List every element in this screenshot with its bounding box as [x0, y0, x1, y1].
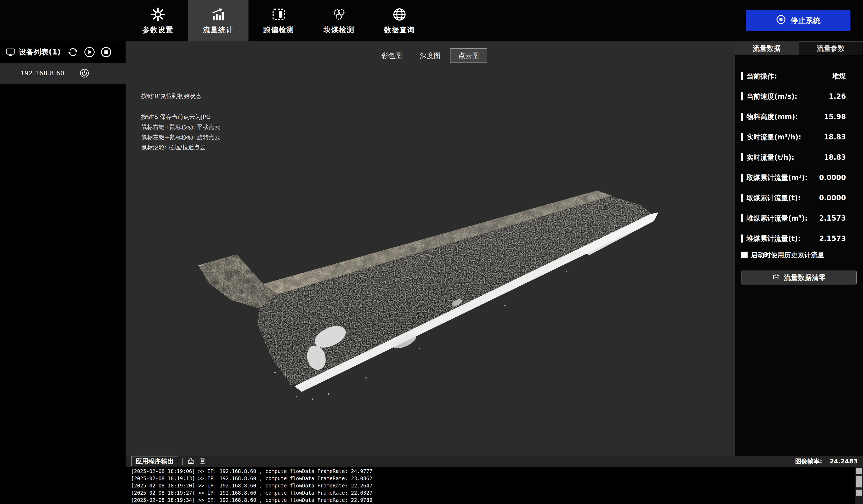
flow-stat-row: 取煤累计流量(m³): 0.0000	[735, 167, 863, 188]
instruction-line: 鼠标右键+鼠标移动: 平移点云	[141, 122, 221, 132]
flow-stat-row: 当前速度(m/s): 1.26	[735, 86, 863, 106]
bar-chart-icon	[211, 7, 226, 22]
instruction-block: 按键'S'保存当前点云为JPG 鼠标右键+鼠标移动: 平移点云 鼠标左键+鼠标移…	[141, 112, 221, 152]
device-list-title: 设备列表(1)	[19, 47, 61, 57]
toolbar-item-label: 参数设置	[142, 25, 173, 35]
row-accent-bar	[741, 174, 743, 181]
flow-stat-label: 堆煤累计流量(m³):	[747, 214, 808, 223]
log-line: [2025-02-08 18:19:13] >> IP: 192.168.8.6…	[131, 475, 863, 482]
device-ip: 192.168.8.60	[20, 70, 65, 77]
log-line: [2025-02-08 18:19:06] >> IP: 192.168.8.6…	[131, 468, 863, 475]
row-accent-bar	[741, 72, 743, 80]
frame-rate-label: 图像帧率:	[795, 457, 822, 466]
flow-stat-label: 当前速度(m/s):	[747, 92, 797, 101]
log-toolbar: 应用程序输出 图像帧率: 24.2483	[126, 456, 863, 467]
flow-stat-row: 堆煤累计流量(m³): 2.1573	[735, 208, 863, 228]
viewer-instructions: 按键'R'复位到初始状态 按键'S'保存当前点云为JPG 鼠标右键+鼠标移动: …	[141, 91, 221, 152]
device-sidebar: 设备列表(1)	[0, 41, 126, 504]
flow-stat-value: 2.1573	[819, 235, 846, 242]
flow-stat-value: 1.26	[829, 92, 846, 100]
frame-rate-value: 24.2483	[829, 458, 858, 465]
flow-stat-label: 实时流量(t/h):	[747, 153, 794, 162]
log-line: [2025-02-08 18:19:27] >> IP: 192.168.8.6…	[131, 489, 863, 496]
row-accent-bar	[741, 133, 743, 141]
clear-log-icon[interactable]	[187, 457, 195, 465]
view-tabs: 彩色图 深度图 点云图	[373, 48, 487, 63]
top-toolbar: 参数设置	[0, 0, 863, 41]
start-device-icon[interactable]	[84, 47, 95, 58]
flow-stat-label: 当前操作:	[747, 72, 777, 81]
device-list-header: 设备列表(1)	[0, 41, 126, 63]
clear-button-label: 流量数据清零	[784, 273, 826, 282]
refresh-devices-icon[interactable]	[67, 47, 78, 58]
log-line: [2025-02-08 18:19:34] >> IP: 192.168.8.6…	[131, 496, 863, 504]
instruction-line: 鼠标左键+鼠标移动: 旋转点云	[141, 132, 221, 142]
checkbox-icon[interactable]	[741, 252, 748, 258]
toolbar-item-parameter-settings[interactable]: 参数设置	[128, 0, 188, 41]
flow-stat-value: 0.0000	[819, 194, 846, 202]
globe-icon	[392, 7, 407, 22]
viewer-area: 彩色图 深度图 点云图 按键'R'复位到初始状态 按键'S'保存当前点云为JPG…	[126, 41, 735, 456]
log-scrollbar[interactable]	[855, 467, 863, 504]
tab-point-cloud[interactable]: 点云图	[450, 48, 487, 63]
row-accent-bar	[741, 153, 743, 161]
history-flow-checkbox-row[interactable]: 启动时使用历史累计流量	[735, 249, 863, 261]
frame-rate: 图像帧率: 24.2483	[795, 457, 858, 466]
flow-stat-label: 取煤累计流量(t):	[747, 193, 801, 203]
device-list-icon	[5, 47, 15, 57]
clear-flow-data-button[interactable]: 流量数据清零	[741, 270, 856, 285]
flow-stat-value: 18.83	[824, 153, 846, 161]
tab-flow-params[interactable]: 流量参数	[799, 41, 863, 55]
scroll-thumb[interactable]	[856, 476, 862, 488]
log-line: [2025-02-08 18:19:20] >> IP: 192.168.8.6…	[131, 482, 863, 489]
instruction-line: 按键'R'复位到初始状态	[141, 91, 221, 101]
toolbar-item-label: 跑偏检测	[263, 25, 294, 35]
stop-system-button[interactable]: 停止系统	[746, 10, 850, 31]
flow-stat-label: 物料高度(mm):	[747, 112, 798, 122]
flow-stat-row: 实时流量(m³/h): 18.83	[735, 127, 863, 147]
row-accent-bar	[741, 194, 743, 202]
flow-stat-label: 取煤累计流量(m³):	[747, 173, 808, 182]
flow-stat-row: 物料高度(mm): 15.98	[735, 106, 863, 127]
toolbar-item-label: 块煤检测	[324, 25, 354, 35]
save-log-icon[interactable]	[199, 457, 206, 465]
flow-stat-value: 15.98	[824, 113, 846, 121]
flow-stat-row: 实时流量(t/h): 18.83	[735, 147, 863, 167]
checkbox-label: 启动时使用历史累计流量	[751, 251, 824, 259]
row-accent-bar	[741, 214, 743, 222]
flow-panel: 流量数据 流量参数 当前操作: 堆煤 当前速度(m/s): 1.26 物料高度(…	[735, 41, 863, 456]
gear-icon	[150, 7, 165, 22]
toolbar-item-lump-coal-detection[interactable]: 块煤检测	[309, 0, 369, 41]
device-list-actions	[67, 47, 112, 58]
toolbar-item-label: 流量统计	[203, 25, 234, 35]
flow-stat-rows: 当前操作: 堆煤 当前速度(m/s): 1.26 物料高度(mm): 15.98…	[735, 55, 863, 249]
flow-stat-row: 堆煤累计流量(t): 2.1573	[735, 228, 863, 249]
toolbar-item-label: 数据查询	[384, 25, 415, 35]
instruction-line: 鼠标滚轮: 拉远/拉近点云	[141, 142, 221, 152]
flow-stat-value: 18.83	[824, 133, 846, 141]
coal-lumps-icon	[332, 7, 347, 22]
app-output-toggle[interactable]: 应用程序输出	[132, 456, 178, 466]
instruction-line: 按键'S'保存当前点云为JPG	[141, 112, 221, 122]
log-output: [2025-02-08 18:19:06] >> IP: 192.168.8.6…	[126, 467, 863, 504]
flow-stat-label: 实时流量(m³/h):	[747, 133, 801, 142]
app-window: 参数设置	[0, 0, 863, 504]
toolbar-item-deviation-detection[interactable]: 跑偏检测	[249, 0, 309, 41]
stop-device-icon[interactable]	[100, 47, 112, 58]
power-icon[interactable]	[79, 68, 89, 78]
tab-flow-data[interactable]: 流量数据	[735, 41, 799, 55]
divider	[182, 458, 183, 465]
flow-stat-value: 2.1573	[819, 214, 846, 222]
toolbar-item-flow-statistics[interactable]: 流量统计	[188, 0, 249, 41]
stop-system-label: 停止系统	[791, 15, 821, 26]
tab-color-map[interactable]: 彩色图	[373, 48, 410, 63]
toolbar-item-data-query[interactable]: 数据查询	[369, 0, 430, 41]
flow-stat-row: 取煤累计流量(t): 0.0000	[735, 188, 863, 208]
scroll-down-button[interactable]	[856, 490, 862, 496]
flow-stat-value: 0.0000	[819, 174, 846, 181]
scroll-up-button[interactable]	[856, 468, 862, 474]
flow-stat-value: 堆煤	[832, 72, 846, 81]
tab-depth-map[interactable]: 深度图	[412, 48, 449, 63]
row-accent-bar	[741, 113, 743, 121]
device-row[interactable]: 192.168.8.60	[0, 63, 126, 84]
